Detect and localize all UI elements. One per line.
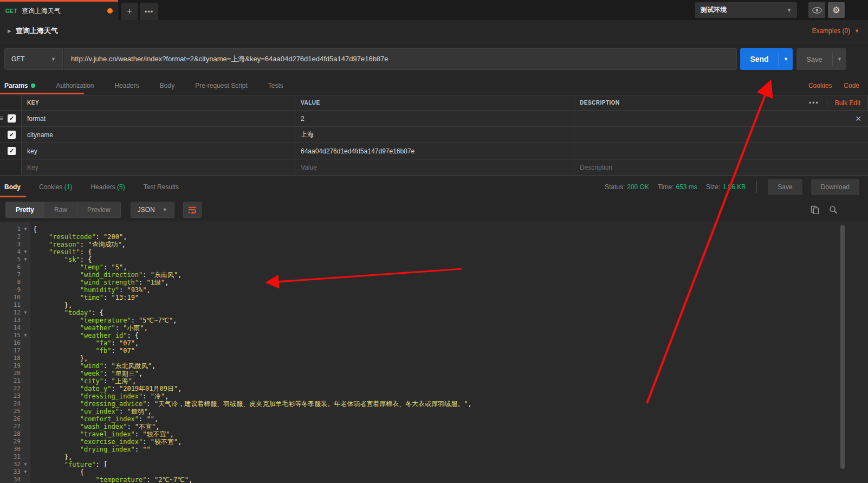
tab-body[interactable]: Body xyxy=(160,82,174,89)
code-line: 17 "fb": "07" xyxy=(0,347,868,355)
param-value[interactable]: 2 xyxy=(301,115,305,123)
code-line: 2 "resultcode": "200", xyxy=(0,233,868,241)
examples-label: Examples (0) xyxy=(812,27,850,35)
fold-toggle-icon[interactable]: ▼ xyxy=(21,332,30,339)
tab-pre-request-script[interactable]: Pre-request Script xyxy=(195,82,248,89)
active-response-tab-underline xyxy=(0,196,26,197)
size-badge: Size:1.86 KB xyxy=(706,183,746,191)
code-line: 27 "wash_index": "不宜", xyxy=(0,423,868,430)
view-mode-pretty[interactable]: Pretty xyxy=(6,202,44,217)
fold-spacer xyxy=(21,279,30,286)
new-value-input[interactable] xyxy=(301,164,568,171)
unsaved-dot-icon xyxy=(107,8,113,14)
tab-authorization[interactable]: Authorization xyxy=(56,82,94,89)
column-key: KEY xyxy=(27,100,39,106)
send-options-chevron-icon[interactable]: ▼ xyxy=(779,53,793,66)
url-input[interactable] xyxy=(63,48,737,70)
language-dropdown[interactable]: JSON ▼ xyxy=(131,202,174,218)
params-header-row: KEY VALUE DESCRIPTION ••• Bulk Edit xyxy=(0,95,868,111)
response-body-viewer[interactable]: 1▼{2 "resultcode": "200",3 "reason": "查询… xyxy=(0,222,868,483)
search-response-button[interactable] xyxy=(829,205,838,214)
response-tab-test-results[interactable]: Test Results xyxy=(144,183,179,191)
param-key[interactable]: key xyxy=(27,147,37,155)
code-line: 30 "drying_index": "" xyxy=(0,446,868,453)
time-badge: Time:653 ms xyxy=(658,183,697,191)
code-line: 34 "temperature": "2℃~7℃", xyxy=(0,476,868,483)
tab-strip: GET 查询上海天气 + ••• 测试环境 ▼ ⚙ xyxy=(0,0,868,20)
new-key-input[interactable] xyxy=(27,164,289,171)
tab-headers[interactable]: Headers xyxy=(114,82,139,89)
save-response-button[interactable]: Save xyxy=(768,179,802,195)
fold-toggle-icon[interactable]: ▼ xyxy=(21,248,30,256)
save-options-chevron-icon[interactable]: ▼ xyxy=(832,53,846,66)
cookies-link[interactable]: Cookies xyxy=(808,82,832,89)
fold-spacer xyxy=(21,286,30,294)
param-checkbox[interactable]: ✓ xyxy=(8,114,16,123)
param-checkbox[interactable]: ✓ xyxy=(8,131,16,139)
tab-options-button[interactable]: ••• xyxy=(140,3,158,20)
response-view-toolbar: Pretty Raw Preview JSON ▼ xyxy=(0,198,868,222)
code-line: 1▼{ xyxy=(0,226,868,233)
param-checkbox[interactable]: ✓ xyxy=(8,147,16,155)
save-request-button[interactable]: Save ▼ xyxy=(796,48,846,70)
tab-params[interactable]: Params xyxy=(4,82,35,89)
response-tab-headers[interactable]: Headers (5) xyxy=(90,183,125,191)
code-line: 25 "uv_index": "最弱", xyxy=(0,408,868,415)
fold-toggle-icon[interactable]: ▼ xyxy=(21,256,30,263)
fold-spacer xyxy=(21,415,30,423)
param-row: ✓cityname上海 xyxy=(0,127,868,143)
new-description-input[interactable] xyxy=(580,164,863,171)
fold-toggle-icon[interactable]: ▼ xyxy=(21,309,30,317)
param-key[interactable]: cityname xyxy=(27,131,53,139)
vertical-scrollbar[interactable] xyxy=(840,225,845,469)
fold-toggle-icon[interactable]: ▼ xyxy=(21,461,30,468)
fold-spacer xyxy=(21,317,30,324)
wrap-lines-button[interactable] xyxy=(183,202,202,218)
copy-response-button[interactable] xyxy=(811,205,819,214)
fold-toggle-icon[interactable]: ▼ xyxy=(21,468,30,476)
code-line: 9 "humidity": "93%", xyxy=(0,286,868,294)
drag-handle-icon[interactable]: ≡ xyxy=(0,114,3,122)
divider xyxy=(756,181,757,193)
fold-toggle-icon[interactable]: ▼ xyxy=(21,226,30,233)
view-mode-raw[interactable]: Raw xyxy=(44,202,77,217)
send-button[interactable]: Send ▼ xyxy=(740,48,793,70)
request-tab[interactable]: GET 查询上海天气 xyxy=(0,0,118,20)
fold-spacer xyxy=(21,271,30,279)
tab-params-label: Params xyxy=(4,82,28,89)
method-dropdown[interactable]: GET ▼ xyxy=(4,48,63,70)
tab-tests[interactable]: Tests xyxy=(268,82,283,89)
search-icon xyxy=(829,205,838,214)
response-tab-cookies[interactable]: Cookies (1) xyxy=(39,183,72,191)
eye-icon xyxy=(812,7,822,14)
code-line: 32▼ "future": [ xyxy=(0,461,868,468)
method-label: GET xyxy=(11,55,51,63)
bulk-edit-link[interactable]: Bulk Edit xyxy=(835,99,860,107)
params-options-icon[interactable]: ••• xyxy=(809,99,819,107)
response-tab-body[interactable]: Body xyxy=(4,183,21,191)
download-response-button[interactable]: Download xyxy=(811,179,859,195)
param-value[interactable]: 64aa04d276d1ed4fd5a147d97e16b87e xyxy=(301,147,414,155)
param-key[interactable]: format xyxy=(27,115,46,123)
response-bar: Body Cookies (1) Headers (5) Test Result… xyxy=(0,175,868,198)
fold-spacer xyxy=(21,408,30,415)
environment-quicklook-button[interactable] xyxy=(808,2,825,18)
params-table: KEY VALUE DESCRIPTION ••• Bulk Edit ≡✓fo… xyxy=(0,95,868,176)
code-line: 15▼ "weather_id": { xyxy=(0,332,868,339)
code-line: 19 "wind": "东北风微风", xyxy=(0,362,868,370)
code-link[interactable]: Code xyxy=(844,82,859,89)
code-line: 23 "dressing_index": "冷", xyxy=(0,392,868,400)
divider xyxy=(827,99,827,107)
active-tab-underline xyxy=(0,93,84,94)
environment-selector[interactable]: 测试环境 ▼ xyxy=(695,2,797,18)
settings-button[interactable]: ⚙ xyxy=(828,2,845,18)
new-tab-button[interactable]: + xyxy=(121,3,138,20)
json-response-code: 1▼{2 "resultcode": "200",3 "reason": "查询… xyxy=(0,226,868,483)
examples-dropdown[interactable]: Examples (0) ▼ xyxy=(812,27,859,35)
view-mode-preview[interactable]: Preview xyxy=(77,202,120,217)
param-value[interactable]: 上海 xyxy=(301,130,314,139)
fold-spacer xyxy=(21,476,30,483)
close-icon[interactable]: ✕ xyxy=(855,114,861,123)
collapse-caret-icon[interactable]: ▶ xyxy=(8,28,11,34)
code-line: 10 "time": "13:19" xyxy=(0,294,868,301)
